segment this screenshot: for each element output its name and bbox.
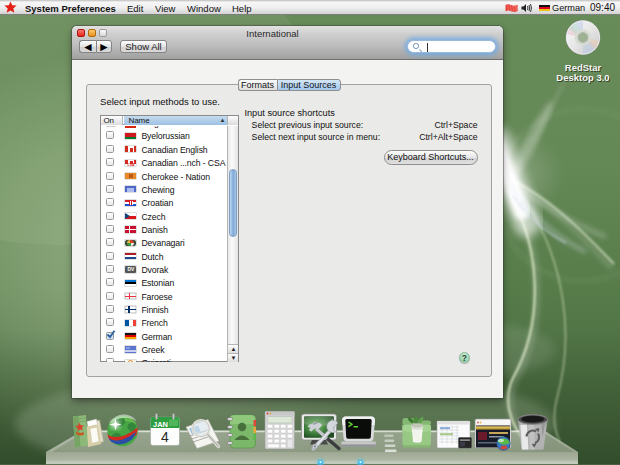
svg-text:4: 4 xyxy=(161,429,169,445)
svg-text:Desktop 3.0: Desktop 3.0 xyxy=(556,72,609,83)
svg-text:JAN: JAN xyxy=(153,420,168,429)
